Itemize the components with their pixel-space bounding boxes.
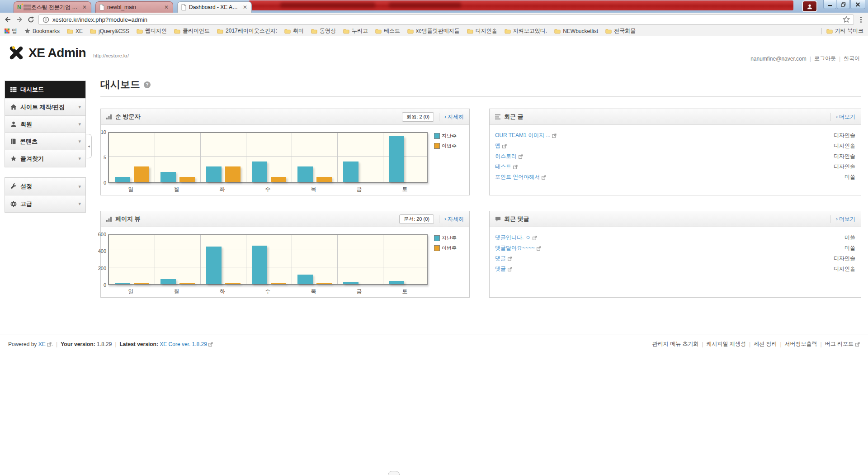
comment-link[interactable]: 댓글입니다. ㅇ xyxy=(495,234,537,242)
sidebar-item-home[interactable]: 사이트 제작/편집▾ xyxy=(5,98,85,115)
browser-tab-3[interactable]: Dashboard - XE Admin✕ xyxy=(177,1,252,13)
sidebar-group-settings: 설정▾고급▾ xyxy=(5,177,86,213)
recent-posts-more-link[interactable]: ›더보기 xyxy=(830,113,855,121)
other-bookmarks-label[interactable]: 기타 북마크 xyxy=(835,27,863,35)
recent-comments-more-link[interactable]: ›더보기 xyxy=(830,215,855,223)
tab-close-icon[interactable]: ✕ xyxy=(242,4,248,10)
post-link[interactable]: 히스토리 xyxy=(495,152,523,160)
browser-tab-1[interactable]: N✦▒▒호스팅 전문기업 (주✕ xyxy=(14,1,91,13)
xe-link[interactable]: XE xyxy=(38,341,46,347)
footer-link-3[interactable]: 세션 정리 xyxy=(754,340,777,348)
footer-link-1[interactable]: 관리자 메뉴 초기화 xyxy=(652,340,699,348)
visitors-detail-link[interactable]: ›자세히 xyxy=(439,113,464,121)
bookmark-folder[interactable]: 전국화물 xyxy=(605,27,636,35)
comment-link[interactable]: 댓글달아요~~~~ xyxy=(495,244,541,252)
footer-link-4[interactable]: 서버정보출력 xyxy=(785,340,817,348)
post-link[interactable]: 테스트 xyxy=(495,163,518,171)
bookmark-folder[interactable]: 누리고 xyxy=(343,27,368,35)
legend-entry: 지난주 xyxy=(434,235,457,242)
comment-link[interactable]: 댓글 xyxy=(495,255,512,262)
bookmark-folder[interactable]: 동영상 xyxy=(311,27,336,35)
refresh-button[interactable] xyxy=(27,16,35,24)
external-link-icon xyxy=(502,144,507,148)
bookmark-apps[interactable]: 앱 xyxy=(5,27,17,35)
bookmark-folder[interactable]: 웹디자인 xyxy=(137,27,167,35)
pageviews-detail-link[interactable]: ›자세히 xyxy=(439,215,464,223)
sidebar-item-gear[interactable]: 고급▾ xyxy=(5,195,85,212)
bookmark-folder[interactable]: xe템플릿판매자들 xyxy=(407,27,460,35)
folder-icon xyxy=(67,28,73,34)
sidebar-item-user[interactable]: 회원▾ xyxy=(5,115,85,133)
gridline xyxy=(155,133,155,182)
bookmarks-star-icon xyxy=(24,28,30,34)
divider xyxy=(100,96,861,97)
external-link-icon xyxy=(533,236,537,240)
hidden-widget-bump[interactable] xyxy=(388,471,400,475)
back-button[interactable] xyxy=(4,15,12,24)
bookmark-folder[interactable]: XE xyxy=(67,28,83,34)
close-button[interactable] xyxy=(850,0,865,9)
minimize-button[interactable] xyxy=(823,0,836,9)
document-count-badge: 문서: 20 (0) xyxy=(399,214,434,224)
browser-menu-button[interactable] xyxy=(858,17,864,23)
post-link[interactable]: 맵 xyxy=(495,142,507,150)
url-text[interactable]: xestore.kr/index.php?module=admin xyxy=(52,16,840,23)
account-email[interactable]: nanumfine@naver.com xyxy=(750,56,807,62)
bookmark-folder[interactable]: NEWbucketlist xyxy=(554,28,598,34)
profile-button[interactable] xyxy=(802,0,817,12)
post-category: 디자인솔 xyxy=(834,152,855,160)
restore-button[interactable] xyxy=(837,0,850,9)
bookmarks-bar: 앱BookmarksXEjQuery&CSS웹디자인클라이언트2017레이아웃스… xyxy=(0,26,868,36)
app-title[interactable]: XE Admin xyxy=(28,46,86,60)
x-axis-tick-label: 목 xyxy=(291,288,336,295)
bookmark-star[interactable]: Bookmarks xyxy=(24,28,60,34)
sidebar-item-label: 고급 xyxy=(20,200,32,208)
bar-이번주-수 xyxy=(271,283,286,284)
gridline xyxy=(383,133,383,182)
tab-close-icon[interactable]: ✕ xyxy=(81,4,88,10)
sidebar-item-book[interactable]: 콘텐츠▾ xyxy=(5,133,85,150)
gridline xyxy=(200,133,201,182)
illegible-red-text xyxy=(280,3,375,8)
post-link[interactable]: 포인트 얻어야해서 xyxy=(495,173,546,181)
help-icon[interactable]: ? xyxy=(144,81,151,88)
bookmark-star-icon[interactable] xyxy=(843,16,850,23)
page-title: 대시보드 xyxy=(100,78,140,91)
y-axis-tick-label: 10 xyxy=(88,129,106,135)
xe-logo-icon[interactable] xyxy=(8,45,24,61)
tab-close-icon[interactable]: ✕ xyxy=(163,4,170,10)
bookmark-folder[interactable]: 취미 xyxy=(284,27,304,35)
bookmark-folder[interactable]: 클라이언트 xyxy=(174,27,210,35)
chart-plot xyxy=(108,234,428,285)
sidebar-item-list[interactable]: 대시보드 xyxy=(5,81,85,98)
post-category: 디자인솔 xyxy=(834,163,855,171)
bar-이번주-수 xyxy=(271,177,286,182)
external-link-icon xyxy=(552,133,557,138)
address-bar[interactable]: xestore.kr/index.php?module=admin xyxy=(38,14,854,25)
logout-link[interactable]: 로그아웃 xyxy=(814,55,836,62)
footer-link-5[interactable]: 버그 리포트 xyxy=(825,340,854,348)
site-url-link[interactable]: http://xestore.kr/ xyxy=(93,53,129,58)
divider: | xyxy=(749,341,750,347)
sidebar-item-wrench[interactable]: 설정▾ xyxy=(5,178,85,195)
forward-button[interactable] xyxy=(15,15,24,24)
bookmark-label: 웹디자인 xyxy=(145,27,167,35)
sidebar-item-star[interactable]: 즐겨찾기▾ xyxy=(5,150,85,167)
latest-version-link[interactable]: XE Core ver. 1.8.29 xyxy=(160,341,207,347)
comment-link[interactable]: 댓글 xyxy=(495,265,512,273)
legend-swatch xyxy=(434,245,440,251)
chevron-down-icon: ▾ xyxy=(78,201,81,207)
bookmark-folder[interactable]: jQuery&CSS xyxy=(90,28,129,34)
comment-category: 미쓸 xyxy=(844,234,855,242)
page-info-icon[interactable] xyxy=(42,16,49,23)
browser-tab-2[interactable]: newbl_main✕ xyxy=(95,1,173,13)
language-link[interactable]: 한국어 xyxy=(844,55,860,62)
bookmark-folder[interactable]: 지켜보고있다. xyxy=(505,27,547,35)
bookmark-folder[interactable]: 디자인솔 xyxy=(467,27,497,35)
other-bookmarks[interactable]: 기타 북마크 xyxy=(821,27,863,35)
post-link[interactable]: OUR TEAM1 이미지 ... xyxy=(495,132,557,139)
footer-link-2[interactable]: 캐시파일 재생성 xyxy=(707,340,746,348)
bookmark-folder[interactable]: 2017레이아웃스킨자: xyxy=(217,27,277,35)
x-axis-tick-label: 토 xyxy=(382,288,428,295)
bookmark-folder[interactable]: 테스트 xyxy=(375,27,400,35)
